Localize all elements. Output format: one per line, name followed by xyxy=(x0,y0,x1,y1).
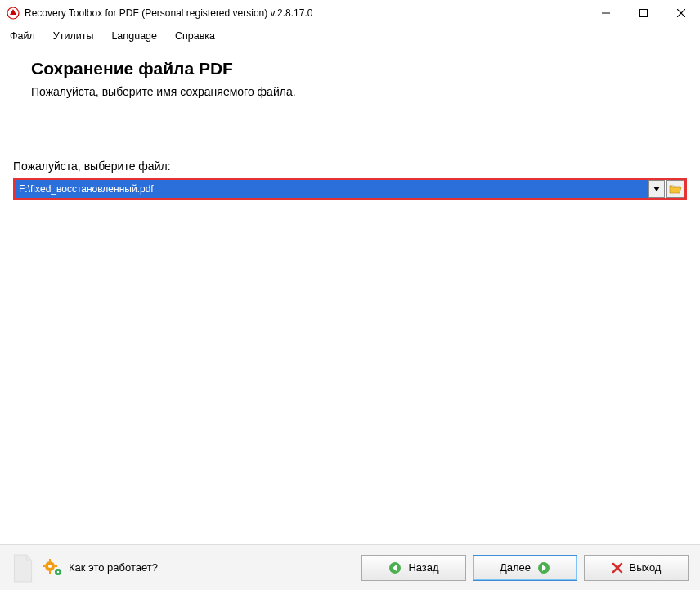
svg-rect-7 xyxy=(49,559,51,561)
next-label: Далее xyxy=(500,561,531,574)
exit-button[interactable]: Выход xyxy=(584,555,689,581)
svg-point-6 xyxy=(48,565,52,568)
file-field-label: Пожалуйста, выберите файл: xyxy=(13,160,687,173)
back-label: Назад xyxy=(408,561,438,574)
svg-rect-10 xyxy=(55,565,57,567)
file-dropdown-button[interactable] xyxy=(648,180,665,198)
page-subtitle: Пожалуйста, выберите имя сохраняемого фа… xyxy=(31,85,677,98)
minimize-button[interactable] xyxy=(587,0,625,26)
arrow-left-icon xyxy=(388,561,402,574)
header-section: Сохранение файла PDF Пожалуйста, выберит… xyxy=(0,46,700,110)
browse-button[interactable] xyxy=(666,180,684,198)
file-field-row xyxy=(13,178,687,200)
menubar: Файл Утилиты Language Справка xyxy=(0,26,700,46)
page-title: Сохранение файла PDF xyxy=(31,59,677,79)
close-icon xyxy=(612,562,623,574)
window-controls xyxy=(587,0,700,26)
how-it-works-label: Как это работает? xyxy=(69,561,158,574)
titlebar: Recovery Toolbox for PDF (Personal regis… xyxy=(0,0,700,26)
content-area: Пожалуйста, выберите файл: xyxy=(0,110,700,544)
svg-rect-2 xyxy=(640,10,648,17)
svg-rect-8 xyxy=(49,571,51,574)
menu-help[interactable]: Справка xyxy=(172,29,218,43)
back-button[interactable]: Назад xyxy=(361,555,466,581)
maximize-button[interactable] xyxy=(625,0,662,26)
app-icon xyxy=(7,7,20,20)
svg-point-12 xyxy=(57,570,60,573)
how-it-works-link[interactable]: Как это работает? xyxy=(43,559,158,577)
file-path-input[interactable] xyxy=(16,180,648,198)
gears-icon xyxy=(43,559,64,577)
menu-language[interactable]: Language xyxy=(108,29,160,43)
svg-rect-9 xyxy=(43,565,45,567)
menu-file[interactable]: Файл xyxy=(7,29,38,43)
exit-label: Выход xyxy=(630,561,662,574)
close-button[interactable] xyxy=(662,0,700,26)
folder-open-icon xyxy=(669,183,682,195)
document-icon xyxy=(11,554,34,582)
menu-utilities[interactable]: Утилиты xyxy=(50,29,97,43)
arrow-right-icon xyxy=(537,561,550,574)
window-title: Recovery Toolbox for PDF (Personal regis… xyxy=(25,7,587,19)
footer: Как это работает? Назад Далее Выход xyxy=(0,544,700,590)
chevron-down-icon xyxy=(653,187,660,191)
next-button[interactable]: Далее xyxy=(473,555,577,581)
